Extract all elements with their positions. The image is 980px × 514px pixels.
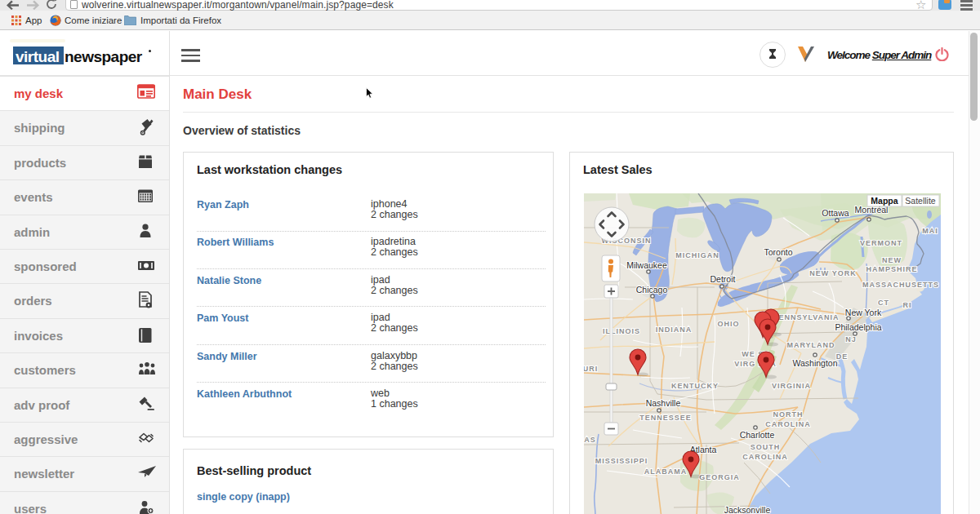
svg-text:SOUTH: SOUTH: [751, 443, 781, 451]
svg-text:HAMPSHIRE: HAMPSHIRE: [866, 265, 917, 273]
svg-text:Toronto: Toronto: [764, 247, 792, 257]
svg-text:TENNESSEE: TENNESSEE: [639, 414, 692, 422]
svg-text:Chicago: Chicago: [636, 285, 668, 295]
svg-text:KENTUCKY: KENTUCKY: [671, 382, 719, 390]
svg-text:Philadelphia: Philadelphia: [835, 322, 881, 332]
svg-text:NORTH: NORTH: [773, 410, 804, 419]
svg-text:GEORGIA: GEORGIA: [699, 473, 740, 481]
svg-text:Washington: Washington: [792, 358, 837, 368]
svg-text:OHIO: OHIO: [717, 320, 739, 328]
svg-text:NEW: NEW: [882, 256, 902, 264]
svg-text:Ottawa: Ottawa: [822, 208, 849, 218]
svg-text:RI: RI: [903, 301, 912, 309]
svg-text:VERMONT: VERMONT: [860, 239, 902, 247]
svg-text:Detroit: Detroit: [710, 274, 736, 284]
svg-text:MARYLAND: MARYLAND: [786, 341, 835, 349]
svg-text:NEW YORK: NEW YORK: [809, 269, 856, 277]
svg-text:VIRGINIA: VIRGINIA: [772, 382, 811, 390]
svg-text:MASSACHUSETTS: MASSACHUSETTS: [862, 281, 939, 289]
svg-text:NJ: NJ: [845, 335, 857, 343]
svg-text:Charlotte: Charlotte: [740, 430, 775, 440]
svg-text:INDIANA: INDIANA: [656, 326, 693, 334]
svg-text:Nashville: Nashville: [646, 398, 681, 408]
svg-text:ILLINOIS: ILLINOIS: [603, 327, 640, 335]
svg-text:URI: URI: [584, 365, 598, 373]
svg-text:CAROLINA: CAROLINA: [742, 453, 788, 461]
svg-text:MAI: MAI: [922, 227, 938, 235]
svg-text:Milwaukee: Milwaukee: [626, 260, 667, 270]
svg-text:New York: New York: [845, 308, 882, 317]
svg-text:CAROLINA: CAROLINA: [765, 420, 811, 428]
svg-text:Mappa: Mappa: [871, 196, 898, 206]
svg-text:CT: CT: [878, 299, 889, 307]
svg-text:SAS: SAS: [584, 436, 596, 444]
svg-text:ALABAMA: ALABAMA: [644, 467, 688, 476]
svg-text:DE: DE: [836, 352, 849, 361]
svg-text:MISSISSIPPI: MISSISSIPPI: [595, 457, 648, 465]
svg-text:Jacksonville: Jacksonville: [724, 505, 771, 514]
svg-text:PENNSYLVANIA: PENNSYLVANIA: [773, 313, 839, 321]
svg-text:MICHIGAN: MICHIGAN: [675, 251, 719, 259]
svg-text:Satellite: Satellite: [905, 196, 936, 206]
